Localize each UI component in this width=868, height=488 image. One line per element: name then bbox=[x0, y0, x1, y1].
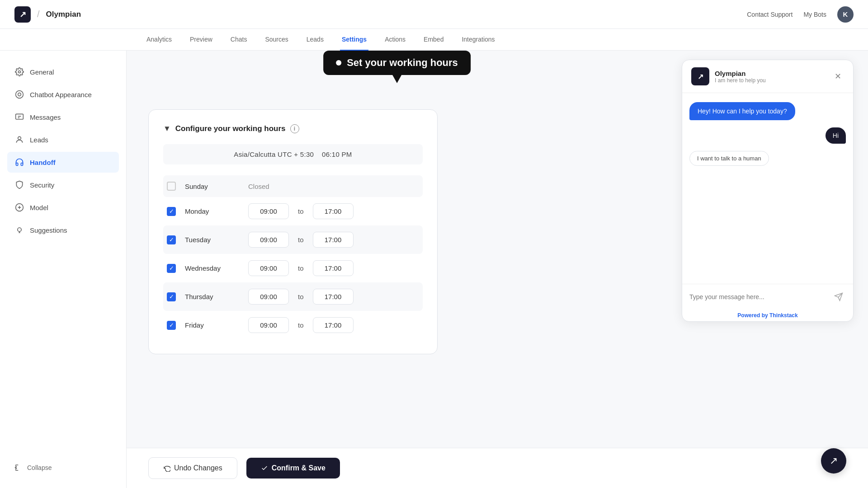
chat-bot-avatar: ↗ bbox=[691, 67, 709, 85]
monday-end-input[interactable] bbox=[313, 203, 354, 219]
sidebar-item-handoff[interactable]: Handoff bbox=[7, 152, 119, 173]
friday-to-label: to bbox=[298, 321, 304, 329]
contact-support-link[interactable]: Contact Support bbox=[747, 11, 793, 18]
thursday-checkbox[interactable] bbox=[167, 292, 176, 301]
chat-send-button[interactable] bbox=[831, 290, 846, 304]
handoff-icon bbox=[14, 157, 24, 167]
tab-actions[interactable]: Actions bbox=[383, 29, 407, 51]
chat-bot-status: I am here to help you bbox=[715, 77, 766, 84]
svg-point-0 bbox=[19, 71, 21, 73]
gear-icon bbox=[14, 67, 24, 77]
monday-start-input[interactable] bbox=[248, 203, 289, 219]
thursday-label: Thursday bbox=[185, 293, 239, 300]
chat-header-info: ↗ Olympian I am here to help you bbox=[691, 67, 766, 85]
callout-arrow bbox=[392, 75, 401, 83]
friday-label: Friday bbox=[185, 321, 239, 329]
sunday-checkbox[interactable] bbox=[167, 182, 176, 191]
sidebar-item-chatbot-appearance[interactable]: Chatbot Appearance bbox=[7, 84, 119, 105]
sidebar-label-chatbot-appearance: Chatbot Appearance bbox=[30, 91, 92, 99]
model-icon bbox=[14, 202, 24, 212]
messages-icon bbox=[14, 112, 24, 122]
chat-close-button[interactable]: ✕ bbox=[831, 70, 844, 83]
sunday-label: Sunday bbox=[185, 183, 239, 190]
tuesday-checkbox[interactable] bbox=[167, 235, 176, 244]
wednesday-end-input[interactable] bbox=[313, 260, 354, 276]
wednesday-to-label: to bbox=[298, 264, 304, 272]
sidebar-item-general[interactable]: General bbox=[7, 61, 119, 82]
chat-header: ↗ Olympian I am here to help you ✕ bbox=[682, 60, 853, 93]
chat-input[interactable] bbox=[689, 293, 828, 300]
tab-sources[interactable]: Sources bbox=[263, 29, 290, 51]
tab-embed[interactable]: Embed bbox=[422, 29, 445, 51]
undo-changes-button[interactable]: Undo Changes bbox=[148, 457, 237, 479]
wednesday-start-input[interactable] bbox=[248, 260, 289, 276]
sidebar-label-general: General bbox=[30, 68, 54, 76]
day-row-monday: Monday to bbox=[163, 197, 423, 225]
sidebar-item-security[interactable]: Security bbox=[7, 174, 119, 195]
main-content: Set your working hours ▼ Configure your … bbox=[127, 51, 667, 488]
svg-point-4 bbox=[18, 136, 21, 140]
friday-start-input[interactable] bbox=[248, 317, 289, 333]
svg-point-8 bbox=[18, 228, 21, 231]
sidebar-items: General Chatbot Appearance Messages Lead… bbox=[7, 61, 119, 240]
chat-bot-message: Hey! How can I help you today? bbox=[689, 102, 795, 120]
tuesday-to-label: to bbox=[298, 236, 304, 244]
chat-powered-by: Powered by Thinkstack bbox=[682, 310, 853, 321]
tuesday-label: Tuesday bbox=[185, 236, 239, 244]
thursday-end-input[interactable] bbox=[313, 289, 354, 305]
chat-user-message: Hi bbox=[826, 127, 846, 144]
info-icon[interactable]: i bbox=[290, 124, 299, 133]
svg-point-1 bbox=[16, 91, 24, 99]
day-row-tuesday: Tuesday to bbox=[163, 225, 423, 254]
topbar-right: Contact Support My Bots K bbox=[747, 6, 854, 23]
chat-suggestion-button[interactable]: I want to talk to a human bbox=[689, 151, 769, 166]
wednesday-checkbox[interactable] bbox=[167, 264, 176, 273]
tab-leads[interactable]: Leads bbox=[305, 29, 326, 51]
sidebar-item-suggestions[interactable]: Suggestions bbox=[7, 220, 119, 240]
brand-separator: / bbox=[37, 9, 40, 19]
sunday-closed: Closed bbox=[248, 183, 269, 190]
friday-checkbox[interactable] bbox=[167, 321, 176, 330]
tab-preview[interactable]: Preview bbox=[188, 29, 214, 51]
fab-button[interactable]: ↗ bbox=[821, 448, 846, 474]
monday-label: Monday bbox=[185, 207, 239, 215]
tab-settings[interactable]: Settings bbox=[340, 29, 368, 51]
brand-area: ↗ / Olympian bbox=[14, 6, 81, 23]
appearance-icon bbox=[14, 89, 24, 99]
tab-analytics[interactable]: Analytics bbox=[145, 29, 174, 51]
brand-logo[interactable]: ↗ bbox=[14, 6, 31, 23]
sidebar-item-leads[interactable]: Leads bbox=[7, 129, 119, 150]
chat-bot-info: Olympian I am here to help you bbox=[715, 70, 766, 84]
day-row-wednesday: Wednesday to bbox=[163, 254, 423, 282]
sidebar-label-messages: Messages bbox=[30, 113, 61, 121]
friday-end-input[interactable] bbox=[313, 317, 354, 333]
shield-icon bbox=[14, 180, 24, 190]
sidebar-collapse-button[interactable]: Collapse bbox=[7, 458, 119, 477]
user-avatar[interactable]: K bbox=[837, 6, 854, 23]
footer-actions: Undo Changes Confirm & Save bbox=[127, 448, 868, 488]
confirm-save-button[interactable]: Confirm & Save bbox=[246, 458, 340, 479]
tab-chats[interactable]: Chats bbox=[229, 29, 249, 51]
thursday-to-label: to bbox=[298, 293, 304, 300]
day-row-sunday: Sunday Closed bbox=[163, 175, 423, 197]
tuesday-end-input[interactable] bbox=[313, 232, 354, 248]
svg-point-2 bbox=[18, 93, 21, 96]
configure-header: ▼ Configure your working hours i bbox=[163, 124, 423, 133]
collapse-label: Collapse bbox=[27, 464, 52, 471]
tab-integrations[interactable]: Integrations bbox=[460, 29, 496, 51]
sidebar-item-model[interactable]: Model bbox=[7, 197, 119, 218]
thursday-start-input[interactable] bbox=[248, 289, 289, 305]
monday-checkbox[interactable] bbox=[167, 207, 176, 216]
nav-tabs: Analytics Preview Chats Sources Leads Se… bbox=[0, 29, 868, 51]
right-panel: ↗ Olympian I am here to help you ✕ Hey! … bbox=[667, 51, 868, 488]
undo-label: Undo Changes bbox=[174, 464, 222, 472]
sidebar-item-messages[interactable]: Messages bbox=[7, 107, 119, 127]
configure-title: Configure your working hours bbox=[175, 124, 286, 133]
my-bots-link[interactable]: My Bots bbox=[803, 11, 826, 18]
tuesday-start-input[interactable] bbox=[248, 232, 289, 248]
brand-name: Olympian bbox=[46, 10, 81, 19]
collapse-arrow-icon[interactable]: ▼ bbox=[163, 124, 171, 133]
sidebar-label-security: Security bbox=[30, 181, 54, 189]
day-row-thursday: Thursday to bbox=[163, 282, 423, 311]
sidebar-label-suggestions: Suggestions bbox=[30, 226, 67, 234]
